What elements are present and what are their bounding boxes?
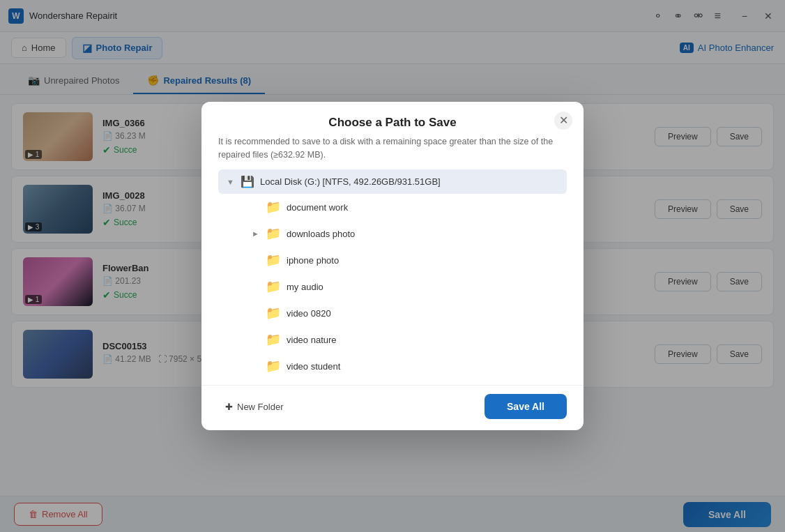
modal-close-button[interactable]: ✕: [554, 112, 572, 130]
modal-subtitle: It is recommended to save to a disk with…: [218, 135, 567, 162]
folder-icon: 📁: [266, 279, 281, 294]
folder-label: iphone photo: [287, 255, 558, 266]
folder-item[interactable]: 📁 document work: [218, 194, 567, 220]
modal-footer: ✚ New Folder Save All: [201, 385, 584, 430]
folder-label: my audio: [287, 282, 558, 292]
chevron-down-icon: ▼: [227, 178, 235, 186]
folder-icon: 📁: [266, 252, 281, 268]
folder-icon: 📁: [266, 358, 281, 374]
new-folder-label: New Folder: [237, 402, 283, 412]
folder-label: video 0820: [287, 308, 558, 319]
folder-item[interactable]: 📁 video nature: [218, 326, 567, 353]
modal-body: ▼ 💾 Local Disk (G:) [NTFS, 492.26GB/931.…: [201, 169, 584, 385]
folder-label: video student: [287, 361, 558, 372]
folder-item[interactable]: 📁 my audio: [218, 273, 567, 300]
modal-header: Choose a Path to Save It is recommended …: [201, 102, 584, 170]
drive-icon: 💾: [241, 175, 254, 188]
modal-save-all-button[interactable]: Save All: [485, 394, 567, 419]
folder-icon: 📁: [266, 332, 281, 347]
plus-icon: ✚: [225, 402, 233, 412]
folder-icon: 📁: [266, 305, 281, 321]
folder-label: downloads photo: [287, 229, 558, 239]
drive-label: Local Disk (G:) [NTFS, 492.26GB/931.51GB…: [260, 176, 558, 187]
folder-label: document work: [287, 202, 558, 213]
chevron-right-icon: ►: [252, 229, 260, 238]
folder-item[interactable]: 📁 iphone photo: [218, 247, 567, 273]
new-folder-button[interactable]: ✚ New Folder: [218, 397, 290, 416]
folder-item[interactable]: 📁 video student: [218, 353, 567, 379]
drive-item[interactable]: ▼ 💾 Local Disk (G:) [NTFS, 492.26GB/931.…: [218, 169, 567, 194]
modal-title: Choose a Path to Save: [218, 116, 567, 130]
folder-icon: 📁: [266, 199, 281, 215]
folder-item[interactable]: 📁 video 0820: [218, 300, 567, 326]
folder-label: video nature: [287, 335, 558, 345]
folder-icon: 📁: [266, 226, 281, 241]
save-path-modal: Choose a Path to Save It is recommended …: [201, 102, 584, 431]
modal-overlay: Choose a Path to Save It is recommended …: [0, 0, 785, 532]
folder-item[interactable]: ► 📁 downloads photo: [218, 220, 567, 247]
